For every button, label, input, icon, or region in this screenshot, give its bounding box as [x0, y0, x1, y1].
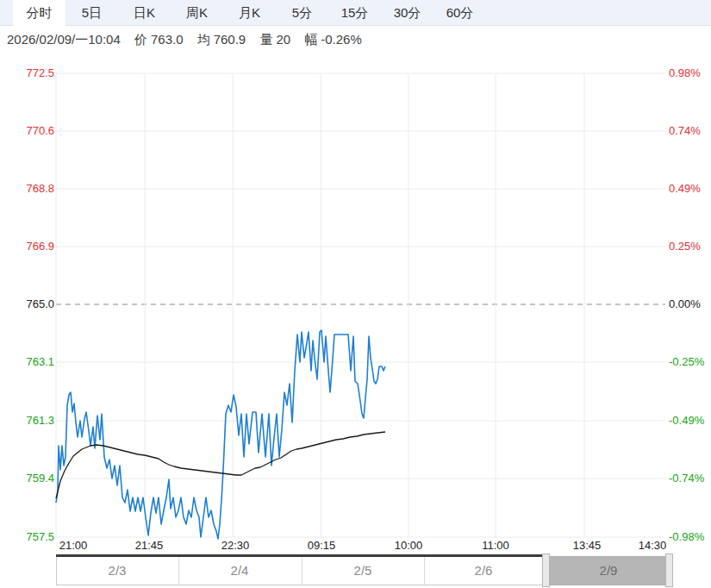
navigator-date-label: 2/3: [87, 563, 147, 578]
y-axis-label-left: 768.8: [15, 182, 54, 195]
y-axis-label-left: 759.4: [15, 472, 54, 485]
y-axis-label-right: 0.74%: [669, 124, 711, 137]
navigator-right-handle[interactable]: [665, 554, 673, 587]
intraday-chart-window: 分时5日日K周K月K5分15分30分60分 2026/02/09/一10:04 …: [0, 0, 711, 588]
navigator-section-divider: [178, 557, 179, 585]
navigator-section-divider: [302, 557, 302, 585]
y-axis-label-right: 0.25%: [669, 240, 711, 253]
y-axis-label-right: 0.49%: [669, 182, 711, 195]
x-axis-label: 09:15: [297, 539, 346, 552]
y-axis-label-right: 0.00%: [669, 297, 711, 310]
navigator-left-handle[interactable]: [542, 554, 550, 587]
y-axis-label-left: 761.3: [15, 414, 54, 427]
x-axis-label: 22:30: [211, 539, 259, 552]
y-axis-label-right: 0.98%: [669, 66, 711, 79]
navigator-date-label: 2/5: [333, 563, 393, 578]
intraday-chart-svg: [0, 0, 711, 588]
x-axis-label: 11:00: [471, 539, 520, 552]
navigator-top-bar: [56, 554, 542, 557]
x-axis-label: 21:45: [125, 539, 173, 552]
navigator-date-label: 2/9: [578, 563, 639, 578]
y-axis-label-left: 772.5: [15, 66, 54, 79]
y-axis-label-left: 770.6: [15, 124, 54, 137]
y-axis-label-right: -0.74%: [669, 472, 711, 485]
y-axis-label-left: 766.9: [15, 240, 54, 253]
plot-area[interactable]: [56, 73, 665, 537]
x-axis-label: 13:45: [563, 539, 611, 552]
navigator-date-label: 2/4: [209, 563, 270, 578]
navigator-section-divider: [424, 557, 425, 585]
y-axis-label-left: 765.0: [15, 297, 54, 310]
x-axis-label: 21:00: [49, 539, 97, 552]
y-axis-label-right: -0.49%: [669, 414, 711, 427]
navigator-date-label: 2/6: [453, 563, 514, 578]
x-axis-label: 10:00: [384, 539, 433, 552]
x-axis-label: 14:30: [628, 539, 677, 552]
y-axis-label-left: 763.1: [15, 355, 54, 368]
y-axis-label-right: -0.25%: [669, 355, 711, 368]
